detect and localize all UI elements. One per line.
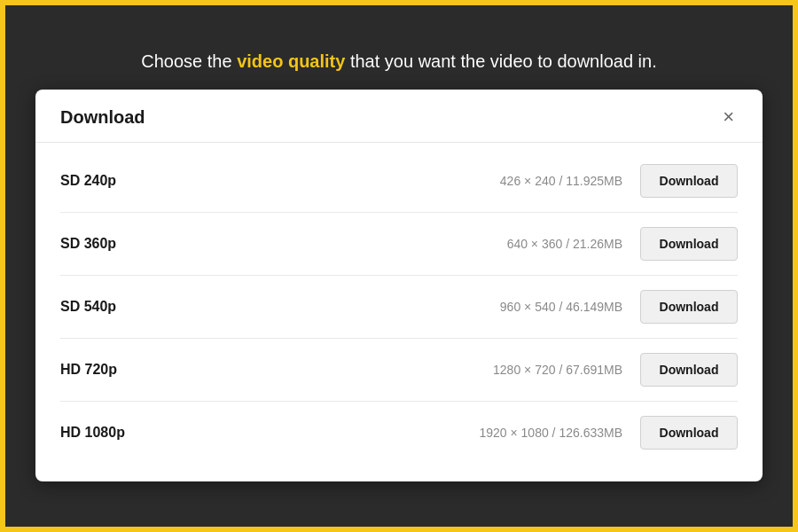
download-button[interactable]: Download bbox=[640, 416, 738, 450]
download-button[interactable]: Download bbox=[640, 290, 738, 324]
quality-label: SD 240p bbox=[60, 173, 149, 189]
modal-title: Download bbox=[60, 107, 145, 128]
download-button[interactable]: Download bbox=[640, 164, 738, 198]
quality-row: SD 240p426 × 240 / 11.925MBDownload bbox=[60, 150, 738, 213]
quality-row: HD 1080p1920 × 1080 / 126.633MBDownload bbox=[60, 402, 738, 464]
quality-info: 1920 × 1080 / 126.633MB bbox=[149, 426, 622, 440]
quality-info: 426 × 240 / 11.925MB bbox=[149, 174, 622, 188]
download-button[interactable]: Download bbox=[640, 227, 738, 261]
close-button[interactable]: × bbox=[719, 107, 738, 127]
header-text-after: that you want the video to download in. bbox=[345, 51, 656, 71]
modal-body: SD 240p426 × 240 / 11.925MBDownloadSD 36… bbox=[35, 143, 763, 481]
quality-label: HD 1080p bbox=[60, 425, 149, 441]
quality-label: HD 720p bbox=[60, 362, 149, 378]
quality-info: 640 × 360 / 21.26MB bbox=[149, 237, 622, 251]
header-highlight: video quality bbox=[237, 51, 345, 71]
download-modal: Download × SD 240p426 × 240 / 11.925MBDo… bbox=[35, 90, 763, 481]
download-button[interactable]: Download bbox=[640, 353, 738, 387]
quality-info: 1280 × 720 / 67.691MB bbox=[149, 363, 622, 377]
quality-label: SD 360p bbox=[60, 236, 149, 252]
header-text: Choose the video quality that you want t… bbox=[141, 51, 656, 72]
modal-header: Download × bbox=[35, 90, 763, 143]
quality-row: SD 540p960 × 540 / 46.149MBDownload bbox=[60, 276, 738, 339]
quality-row: HD 720p1280 × 720 / 67.691MBDownload bbox=[60, 339, 738, 402]
header-text-before: Choose the bbox=[141, 51, 237, 71]
quality-info: 960 × 540 / 46.149MB bbox=[149, 300, 622, 314]
quality-row: SD 360p640 × 360 / 21.26MBDownload bbox=[60, 213, 738, 276]
quality-label: SD 540p bbox=[60, 299, 149, 315]
